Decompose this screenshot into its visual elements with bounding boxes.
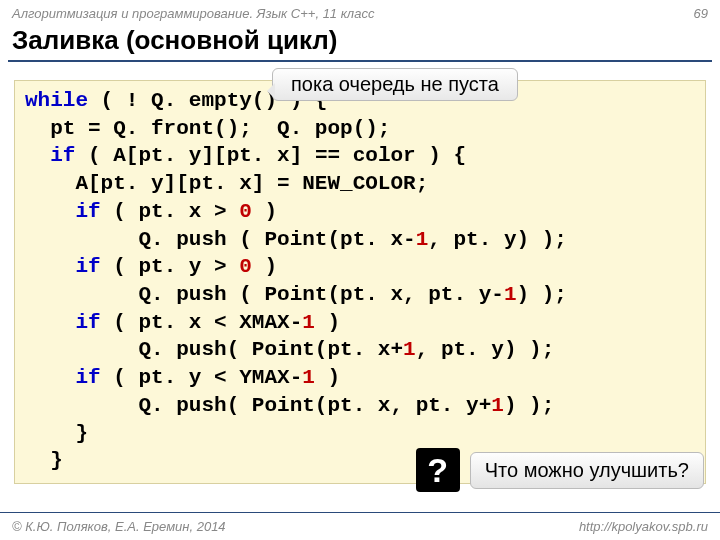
num-literal: 0 xyxy=(239,200,252,223)
kw-if: if xyxy=(75,366,100,389)
slide-number: 69 xyxy=(694,6,708,21)
num-literal: 1 xyxy=(403,338,416,361)
callout-bubble: пока очередь не пуста xyxy=(272,68,518,101)
copyright-text: © К.Ю. Поляков, Е.А. Еремин, 2014 xyxy=(12,519,226,534)
title-divider xyxy=(8,60,712,62)
slide-title: Заливка (основной цикл) xyxy=(0,23,720,60)
kw-while: while xyxy=(25,89,88,112)
num-literal: 1 xyxy=(491,394,504,417)
num-literal: 0 xyxy=(239,255,252,278)
question-text: Что можно улучшить? xyxy=(470,452,704,489)
num-literal: 1 xyxy=(504,283,517,306)
kw-if: if xyxy=(75,255,100,278)
kw-if: if xyxy=(50,144,75,167)
kw-if: if xyxy=(75,311,100,334)
footer-url: http://kpolyakov.spb.ru xyxy=(579,519,708,534)
num-literal: 1 xyxy=(416,228,429,251)
question-mark-icon: ? xyxy=(416,448,460,492)
course-title: Алгоритмизация и программирование. Язык … xyxy=(12,6,374,21)
num-literal: 1 xyxy=(302,311,315,334)
num-literal: 1 xyxy=(302,366,315,389)
code-block: while ( ! Q. empty() ) { pt = Q. front()… xyxy=(14,80,706,484)
slide-footer: © К.Ю. Поляков, Е.А. Еремин, 2014 http:/… xyxy=(0,512,720,540)
kw-if: if xyxy=(75,200,100,223)
question-box: ? Что можно улучшить? xyxy=(416,448,704,492)
slide-header: Алгоритмизация и программирование. Язык … xyxy=(0,0,720,23)
